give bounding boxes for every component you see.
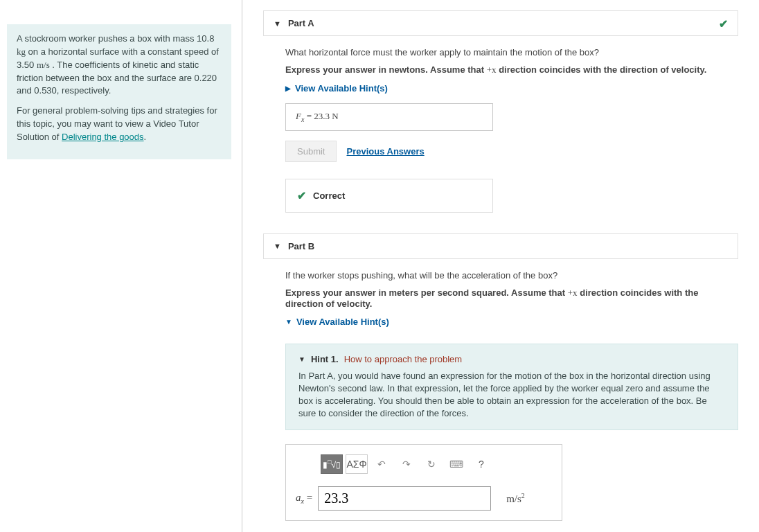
part-b-header[interactable]: ▼ Part B — [263, 233, 738, 259]
part-b-title: Part B — [288, 241, 314, 251]
equation-toolbar: ▮□√▯ ΑΣΦ ↶ ↷ ↻ ⌨ ? — [321, 454, 552, 474]
triangle-down-icon: ▼ — [285, 318, 292, 326]
answer-input[interactable] — [318, 486, 491, 511]
part-a-title: Part A — [288, 18, 314, 28]
part-b-hint-toggle[interactable]: ▼ View Available Hint(s) — [285, 317, 389, 327]
redo-button[interactable]: ↷ — [395, 454, 418, 474]
correct-feedback: ✔ Correct — [285, 179, 493, 213]
previous-answers-link[interactable]: Previous Answers — [346, 146, 424, 157]
caret-down-icon: ▼ — [298, 355, 305, 363]
check-icon: ✔ — [297, 189, 306, 202]
problem-statement: A stockroom worker pushes a box with mas… — [7, 24, 231, 159]
unit-kg: kg — [17, 46, 26, 57]
caret-down-icon: ▼ — [274, 242, 281, 250]
part-a-answer: Fx = 23.3 N — [285, 103, 493, 131]
part-a-question: What horizontal force must the worker ap… — [285, 47, 738, 57]
caret-down-icon: ▼ — [274, 19, 281, 28]
part-a-body: What horizontal force must the worker ap… — [263, 36, 738, 233]
answer-input-row: ax = m/s2 — [296, 486, 552, 511]
unit-ms: m/s — [37, 60, 50, 70]
hint-1-panel: ▼ Hint 1. How to approach the problem In… — [285, 344, 738, 431]
problem-text-2end: . — [144, 132, 147, 142]
part-b-question: If the worker stops pushing, what will b… — [285, 270, 738, 281]
submit-button[interactable]: Submit — [285, 141, 337, 162]
triangle-right-icon: ▶ — [285, 85, 291, 92]
templates-button[interactable]: ▮□√▯ — [321, 454, 343, 474]
part-b-instruction: Express your answer in meters per second… — [285, 287, 738, 309]
problem-text-1a: A stockroom worker pushes a box with mas… — [17, 33, 214, 44]
keyboard-button[interactable]: ⌨ — [445, 454, 467, 474]
video-tutor-link[interactable]: Delivering the goods — [62, 132, 144, 142]
part-a-button-row: Submit Previous Answers — [285, 141, 738, 162]
part-a-hint-toggle[interactable]: ▶ View Available Hint(s) — [285, 83, 388, 94]
greek-button[interactable]: ΑΣΦ — [346, 454, 368, 474]
part-b-body: If the worker stops pushing, what will b… — [263, 259, 738, 532]
hint-1-text: In Part A, you would have found an expre… — [298, 370, 725, 420]
left-sidebar: A stockroom worker pushes a box with mas… — [0, 0, 242, 532]
variable-label: ax = — [296, 492, 312, 505]
main-content: ▼ Part A ✔ What horizontal force must th… — [242, 0, 759, 532]
reset-button[interactable]: ↻ — [420, 454, 443, 474]
answer-input-panel: ▮□√▯ ΑΣΦ ↶ ↷ ↻ ⌨ ? ax = m/s2 — [285, 444, 562, 521]
check-icon: ✔ — [719, 17, 728, 30]
help-button[interactable]: ? — [470, 454, 492, 474]
part-a-header[interactable]: ▼ Part A ✔ — [263, 10, 738, 36]
hint-1-header[interactable]: ▼ Hint 1. How to approach the problem — [298, 354, 725, 364]
part-a-instruction: Express your answer in newtons. Assume t… — [285, 64, 738, 76]
unit-label: m/s2 — [506, 492, 525, 505]
undo-button[interactable]: ↶ — [370, 454, 393, 474]
